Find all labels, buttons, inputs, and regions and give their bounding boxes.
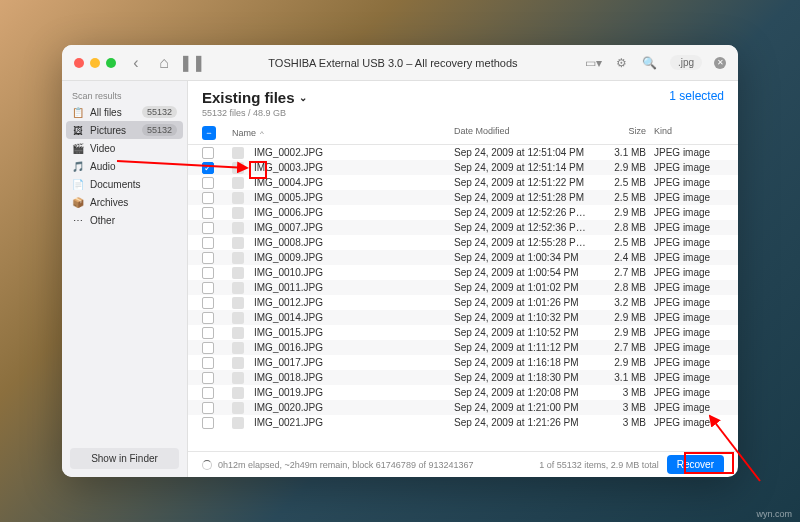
home-button[interactable]: ⌂	[156, 55, 172, 71]
file-icon	[232, 372, 244, 384]
table-row[interactable]: IMG_0006.JPGSep 24, 2009 at 12:52:26 P…2…	[188, 205, 738, 220]
table-row[interactable]: IMG_0009.JPGSep 24, 2009 at 1:00:34 PM2.…	[188, 250, 738, 265]
main-title[interactable]: Existing files ⌄	[202, 89, 307, 106]
pause-button[interactable]: ❚❚	[184, 55, 200, 71]
file-icon	[232, 282, 244, 294]
table-row[interactable]: IMG_0014.JPGSep 24, 2009 at 1:10:32 PM2.…	[188, 310, 738, 325]
file-size: 2.9 MB	[604, 207, 654, 218]
table-row[interactable]: IMG_0011.JPGSep 24, 2009 at 1:01:02 PM2.…	[188, 280, 738, 295]
file-list[interactable]: IMG_0002.JPGSep 24, 2009 at 12:51:04 PM3…	[188, 145, 738, 451]
row-checkbox[interactable]	[202, 147, 214, 159]
file-icon	[232, 357, 244, 369]
file-kind: JPEG image	[654, 162, 724, 173]
file-kind: JPEG image	[654, 342, 724, 353]
category-icon: ⋯	[72, 214, 84, 226]
file-name: IMG_0002.JPG	[254, 147, 323, 158]
file-icon	[232, 417, 244, 429]
file-kind: JPEG image	[654, 402, 724, 413]
table-row[interactable]: IMG_0018.JPGSep 24, 2009 at 1:18:30 PM3.…	[188, 370, 738, 385]
table-row[interactable]: IMG_0005.JPGSep 24, 2009 at 12:51:28 PM2…	[188, 190, 738, 205]
sidebar-item-label: All files	[90, 107, 122, 118]
settings-icon[interactable]: ⚙	[614, 55, 630, 71]
file-size: 2.9 MB	[604, 327, 654, 338]
recover-button[interactable]: Recover	[667, 455, 724, 474]
file-date: Sep 24, 2009 at 12:51:22 PM	[454, 177, 604, 188]
minimize-icon[interactable]	[90, 58, 100, 68]
file-size: 2.8 MB	[604, 282, 654, 293]
table-row[interactable]: IMG_0016.JPGSep 24, 2009 at 1:11:12 PM2.…	[188, 340, 738, 355]
row-checkbox[interactable]	[202, 192, 214, 204]
row-checkbox[interactable]	[202, 312, 214, 324]
row-checkbox[interactable]	[202, 417, 214, 429]
table-row[interactable]: ✓IMG_0003.JPGSep 24, 2009 at 12:51:14 PM…	[188, 160, 738, 175]
column-date[interactable]: Date Modified	[454, 126, 604, 140]
sidebar-item-other[interactable]: ⋯Other	[62, 211, 187, 229]
file-date: Sep 24, 2009 at 1:16:18 PM	[454, 357, 604, 368]
column-name[interactable]: Name ^	[232, 126, 454, 140]
row-checkbox[interactable]	[202, 177, 214, 189]
file-date: Sep 24, 2009 at 1:18:30 PM	[454, 372, 604, 383]
table-row[interactable]: IMG_0007.JPGSep 24, 2009 at 12:52:36 P…2…	[188, 220, 738, 235]
file-date: Sep 24, 2009 at 1:01:02 PM	[454, 282, 604, 293]
category-icon: 🎬	[72, 142, 84, 154]
column-size[interactable]: Size	[604, 126, 654, 140]
file-size: 2.9 MB	[604, 357, 654, 368]
row-checkbox[interactable]	[202, 342, 214, 354]
file-kind: JPEG image	[654, 237, 724, 248]
file-size: 2.5 MB	[604, 177, 654, 188]
sidebar-item-all-files[interactable]: 📋All files55132	[62, 103, 187, 121]
master-checkbox[interactable]: −	[202, 126, 216, 140]
sidebar-item-label: Other	[90, 215, 115, 226]
titlebar: ‹ ⌂ ❚❚ TOSHIBA External USB 3.0 – All re…	[62, 45, 738, 81]
row-checkbox[interactable]	[202, 207, 214, 219]
back-button[interactable]: ‹	[128, 55, 144, 71]
file-kind: JPEG image	[654, 372, 724, 383]
row-checkbox[interactable]	[202, 267, 214, 279]
table-row[interactable]: IMG_0015.JPGSep 24, 2009 at 1:10:52 PM2.…	[188, 325, 738, 340]
table-row[interactable]: IMG_0008.JPGSep 24, 2009 at 12:55:28 P…2…	[188, 235, 738, 250]
row-checkbox[interactable]	[202, 357, 214, 369]
file-icon	[232, 252, 244, 264]
table-row[interactable]: IMG_0002.JPGSep 24, 2009 at 12:51:04 PM3…	[188, 145, 738, 160]
sidebar-item-audio[interactable]: 🎵Audio	[62, 157, 187, 175]
sidebar-item-archives[interactable]: 📦Archives	[62, 193, 187, 211]
close-icon[interactable]	[74, 58, 84, 68]
table-row[interactable]: IMG_0012.JPGSep 24, 2009 at 1:01:26 PM3.…	[188, 295, 738, 310]
file-icon	[232, 222, 244, 234]
file-icon	[232, 267, 244, 279]
sidebar-item-video[interactable]: 🎬Video	[62, 139, 187, 157]
search-icon[interactable]: 🔍	[642, 55, 658, 71]
file-name: IMG_0010.JPG	[254, 267, 323, 278]
main-subtitle: 55132 files / 48.9 GB	[202, 108, 307, 118]
file-date: Sep 24, 2009 at 12:55:28 P…	[454, 237, 604, 248]
file-kind: JPEG image	[654, 207, 724, 218]
file-size: 3.2 MB	[604, 297, 654, 308]
table-row[interactable]: IMG_0017.JPGSep 24, 2009 at 1:16:18 PM2.…	[188, 355, 738, 370]
column-kind[interactable]: Kind	[654, 126, 724, 140]
view-menu[interactable]: ▭▾	[586, 55, 602, 71]
table-row[interactable]: IMG_0020.JPGSep 24, 2009 at 1:21:00 PM3 …	[188, 400, 738, 415]
row-checkbox[interactable]	[202, 237, 214, 249]
row-checkbox[interactable]	[202, 297, 214, 309]
row-checkbox[interactable]	[202, 222, 214, 234]
table-row[interactable]: IMG_0019.JPGSep 24, 2009 at 1:20:08 PM3 …	[188, 385, 738, 400]
sidebar-item-pictures[interactable]: 🖼Pictures55132	[66, 121, 183, 139]
row-checkbox[interactable]	[202, 327, 214, 339]
table-row[interactable]: IMG_0021.JPGSep 24, 2009 at 1:21:26 PM3 …	[188, 415, 738, 430]
file-name: IMG_0018.JPG	[254, 372, 323, 383]
maximize-icon[interactable]	[106, 58, 116, 68]
search-input[interactable]: .jpg	[670, 55, 702, 70]
row-checkbox[interactable]	[202, 402, 214, 414]
row-checkbox[interactable]	[202, 372, 214, 384]
sidebar-item-documents[interactable]: 📄Documents	[62, 175, 187, 193]
table-row[interactable]: IMG_0004.JPGSep 24, 2009 at 12:51:22 PM2…	[188, 175, 738, 190]
row-checkbox[interactable]	[202, 387, 214, 399]
file-date: Sep 24, 2009 at 12:52:26 P…	[454, 207, 604, 218]
show-in-finder-button[interactable]: Show in Finder	[70, 448, 179, 469]
row-checkbox[interactable]	[202, 252, 214, 264]
row-checkbox[interactable]: ✓	[202, 162, 214, 174]
clear-search-icon[interactable]: ✕	[714, 57, 726, 69]
file-kind: JPEG image	[654, 222, 724, 233]
table-row[interactable]: IMG_0010.JPGSep 24, 2009 at 1:00:54 PM2.…	[188, 265, 738, 280]
row-checkbox[interactable]	[202, 282, 214, 294]
